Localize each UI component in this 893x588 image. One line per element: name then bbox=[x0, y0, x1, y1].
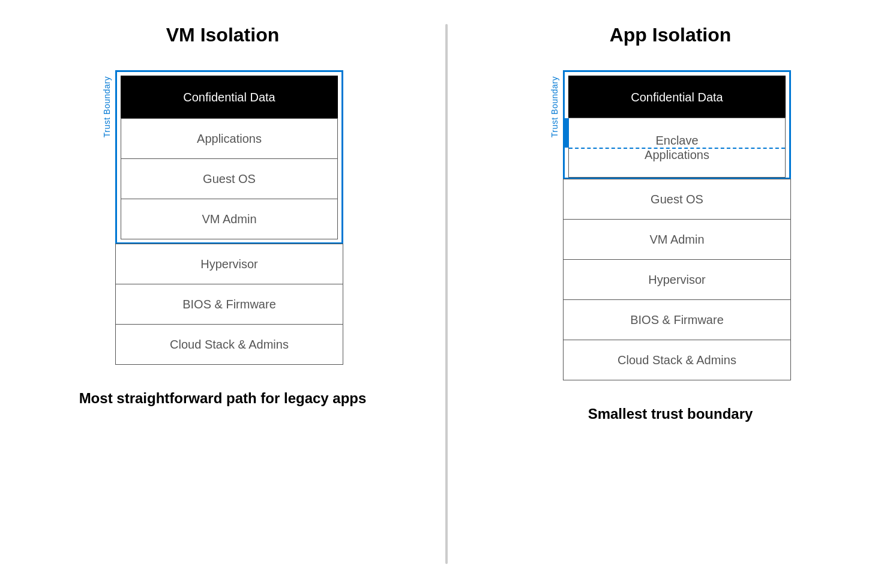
app-vmadmin-layer: VM Admin bbox=[563, 219, 791, 260]
app-trust-boundary-label: Trust Boundary bbox=[550, 76, 559, 137]
app-bios-layer: BIOS & Firmware bbox=[563, 299, 791, 340]
vm-stack: Confidential Data Applications Guest OS … bbox=[115, 70, 343, 365]
app-cloudstack-label: Cloud Stack & Admins bbox=[618, 353, 736, 367]
app-enclave-top-label: Enclave bbox=[655, 128, 698, 148]
vm-confidential-label: Confidential Data bbox=[183, 91, 275, 104]
vm-caption: Most straightforward path for legacy app… bbox=[79, 389, 367, 407]
vm-bios-label: BIOS & Firmware bbox=[182, 297, 276, 311]
app-confidential-label: Confidential Data bbox=[631, 91, 723, 104]
vm-cloudstack-layer: Cloud Stack & Admins bbox=[115, 324, 343, 365]
vm-applications-label: Applications bbox=[197, 131, 262, 146]
app-cloudstack-layer: Cloud Stack & Admins bbox=[563, 340, 791, 380]
enclave-blue-sidebar bbox=[564, 118, 569, 148]
app-confidential-layer: Confidential Data bbox=[568, 76, 786, 119]
vm-vmadmin-layer: VM Admin bbox=[121, 199, 338, 239]
app-caption: Smallest trust boundary bbox=[588, 404, 753, 423]
app-enclave-layer: Enclave Applications bbox=[568, 118, 786, 178]
app-hypervisor-layer: Hypervisor bbox=[563, 259, 791, 300]
app-diagram-wrapper: Trust Boundary Confidential Data Enclave bbox=[460, 70, 881, 380]
app-stack: Confidential Data Enclave Applications G… bbox=[563, 70, 791, 380]
vm-diagram-wrapper: Trust Boundary Confidential Data Applica… bbox=[12, 70, 433, 365]
vm-applications-layer: Applications bbox=[121, 118, 338, 159]
vm-vmadmin-label: VM Admin bbox=[202, 212, 256, 226]
app-trust-boundary-box: Confidential Data Enclave Applications bbox=[563, 70, 791, 179]
app-bios-label: BIOS & Firmware bbox=[630, 313, 724, 327]
vm-trust-boundary-box: Confidential Data Applications Guest OS … bbox=[115, 70, 343, 244]
app-vmadmin-label: VM Admin bbox=[649, 232, 704, 247]
vm-guestos-label: Guest OS bbox=[203, 172, 256, 186]
vm-trust-boundary-label: Trust Boundary bbox=[102, 76, 112, 137]
vm-isolation-title: VM Isolation bbox=[166, 24, 279, 46]
vm-hypervisor-label: Hypervisor bbox=[200, 257, 258, 271]
vm-confidential-layer: Confidential Data bbox=[121, 76, 338, 119]
vm-guestos-layer: Guest OS bbox=[121, 158, 338, 199]
app-isolation-title: App Isolation bbox=[610, 24, 732, 46]
vm-bios-layer: BIOS & Firmware bbox=[115, 284, 343, 325]
app-isolation-column: App Isolation Trust Boundary Confidentia… bbox=[448, 0, 893, 588]
vm-cloudstack-label: Cloud Stack & Admins bbox=[170, 337, 289, 352]
app-hypervisor-label: Hypervisor bbox=[648, 272, 706, 287]
app-guestos-layer: Guest OS bbox=[563, 179, 791, 220]
app-enclave-bottom-label: Applications bbox=[645, 148, 709, 167]
app-guestos-label: Guest OS bbox=[651, 192, 703, 206]
page-container: VM Isolation Trust Boundary Confidential… bbox=[0, 0, 893, 588]
vm-isolation-column: VM Isolation Trust Boundary Confidential… bbox=[0, 0, 445, 588]
vm-hypervisor-layer: Hypervisor bbox=[115, 244, 343, 284]
